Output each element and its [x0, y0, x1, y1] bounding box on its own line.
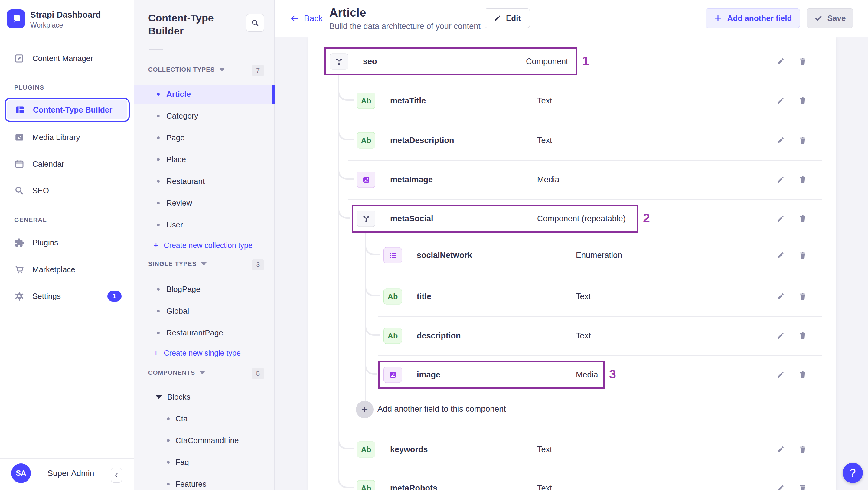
sidebar-item-seo[interactable]: SEO — [0, 181, 134, 201]
search-icon — [251, 19, 260, 28]
help-button[interactable]: ? — [843, 463, 863, 483]
collapse-sidebar-button[interactable] — [111, 468, 122, 483]
delete-field-button[interactable] — [796, 173, 809, 186]
plus-icon: + — [153, 348, 159, 358]
edit-field-button[interactable] — [774, 94, 787, 107]
sidebar-item-content-manager[interactable]: Content Manager — [0, 49, 134, 68]
sidebar-item-media-library[interactable]: Media Library — [0, 127, 134, 147]
avatar[interactable]: SA — [11, 463, 31, 483]
section-label: SINGLE TYPES — [148, 261, 196, 267]
arrow-left-icon — [290, 13, 300, 23]
create-collection-type-link[interactable]: + Create new collection type — [134, 239, 275, 251]
sidebar-item-cta[interactable]: Cta — [134, 409, 275, 428]
sidebar-item-blogpage[interactable]: BlogPage — [134, 280, 275, 299]
divider — [149, 49, 163, 50]
strapi-logo[interactable] — [7, 9, 25, 28]
sidebar-item-features[interactable]: Features — [134, 474, 275, 490]
field-name: title — [417, 292, 431, 301]
edit-button[interactable]: Edit — [485, 8, 530, 28]
edit-field-button[interactable] — [774, 249, 787, 262]
group-label: Blocks — [167, 392, 190, 402]
item-label: Page — [166, 133, 185, 143]
sidebar-item-content-type-builder[interactable]: Content-Type Builder — [4, 98, 130, 122]
bullet-icon — [157, 136, 160, 139]
fields-card: seo Component Ab metaTitle Text Ab metaD… — [309, 37, 836, 490]
user-name: Super Admin — [48, 469, 94, 478]
sidebar-item-restaurant[interactable]: Restaurant — [134, 172, 275, 191]
component-group-blocks[interactable]: Blocks — [134, 388, 275, 406]
delete-field-button[interactable] — [796, 55, 809, 68]
edit-field-button[interactable] — [774, 329, 787, 342]
calendar-icon — [13, 158, 25, 170]
add-component-field-label[interactable]: Add another field to this component — [377, 404, 506, 414]
save-button[interactable]: Save — [807, 8, 853, 28]
edit-field-button[interactable] — [774, 55, 787, 68]
delete-field-button[interactable] — [796, 94, 809, 107]
single-types-header[interactable]: SINGLE TYPES — [148, 261, 207, 267]
divider — [348, 121, 822, 121]
sidebar-item-plugins[interactable]: Plugins — [0, 233, 134, 252]
sidebar-item-global[interactable]: Global — [134, 302, 275, 320]
bullet-icon — [157, 310, 160, 312]
sidebar-item-marketplace[interactable]: Marketplace — [0, 259, 134, 279]
section-label: COLLECTION TYPES — [148, 66, 215, 73]
delete-field-button[interactable] — [796, 249, 809, 262]
bullet-icon — [157, 223, 160, 226]
sidebar-item-place[interactable]: Place — [134, 150, 275, 169]
field-type: Text — [576, 331, 591, 341]
edit-field-button[interactable] — [774, 290, 787, 303]
bullet-icon — [157, 332, 160, 334]
add-component-field-button[interactable]: + — [356, 401, 373, 418]
delete-field-button[interactable] — [796, 482, 809, 490]
plus-icon: + — [153, 241, 159, 250]
edit-field-button[interactable] — [774, 212, 787, 225]
tour-step-number-1: 1 — [582, 54, 589, 68]
sidebar-item-restaurantpage[interactable]: RestaurantPage — [134, 323, 275, 342]
sidebar-item-calendar[interactable]: Calendar — [0, 154, 134, 174]
sidebar-item-faq[interactable]: Faq — [134, 453, 275, 472]
collection-types-header[interactable]: COLLECTION TYPES — [148, 66, 225, 73]
item-label: CtaCommandLine — [176, 436, 239, 445]
chevron-down-icon — [219, 68, 225, 71]
bullet-icon — [157, 180, 160, 183]
delete-field-button[interactable] — [796, 212, 809, 225]
edit-field-button[interactable] — [774, 173, 787, 186]
component-icon — [357, 211, 375, 227]
create-single-type-link[interactable]: + Create new single type — [134, 347, 275, 359]
edit-field-button[interactable] — [774, 368, 787, 381]
delete-field-button[interactable] — [796, 443, 809, 456]
field-name: image — [417, 370, 440, 379]
edit-field-button[interactable] — [774, 482, 787, 490]
field-type: Text — [537, 445, 552, 454]
content-type-builder-panel: Content-Type Builder COLLECTION TYPES 7 … — [134, 0, 275, 490]
field-name: socialNetwork — [417, 251, 472, 260]
delete-field-button[interactable] — [796, 368, 809, 381]
delete-field-button[interactable] — [796, 134, 809, 147]
sidebar-item-category[interactable]: Category — [134, 106, 275, 125]
delete-field-button[interactable] — [796, 290, 809, 303]
field-name: metaSocial — [390, 214, 433, 223]
chevron-down-icon — [199, 371, 205, 374]
media-field-icon — [357, 172, 375, 188]
sidebar-item-article[interactable]: Article — [134, 85, 275, 104]
item-label: Features — [176, 480, 207, 489]
divider — [378, 316, 822, 317]
plugins-section-label: PLUGINS — [14, 84, 44, 91]
components-header[interactable]: COMPONENTS — [148, 369, 205, 376]
item-label: User — [166, 220, 183, 229]
sidebar-item-page[interactable]: Page — [134, 128, 275, 147]
edit-field-button[interactable] — [774, 443, 787, 456]
sidebar-item-user[interactable]: User — [134, 215, 275, 235]
bullet-icon — [167, 439, 170, 442]
add-field-label: Add another field — [727, 13, 792, 23]
edit-field-button[interactable] — [774, 134, 787, 147]
field-row-metasocial: metaSocial Component (repeatable) — [309, 209, 836, 229]
item-label: Review — [166, 198, 192, 208]
sidebar-item-review[interactable]: Review — [134, 193, 275, 213]
divider — [0, 41, 134, 41]
delete-field-button[interactable] — [796, 329, 809, 342]
add-another-field-button[interactable]: Add another field — [706, 8, 800, 28]
search-button[interactable] — [246, 14, 264, 32]
sidebar-item-ctacommandline[interactable]: CtaCommandLine — [134, 431, 275, 450]
back-button[interactable]: Back — [290, 0, 323, 37]
